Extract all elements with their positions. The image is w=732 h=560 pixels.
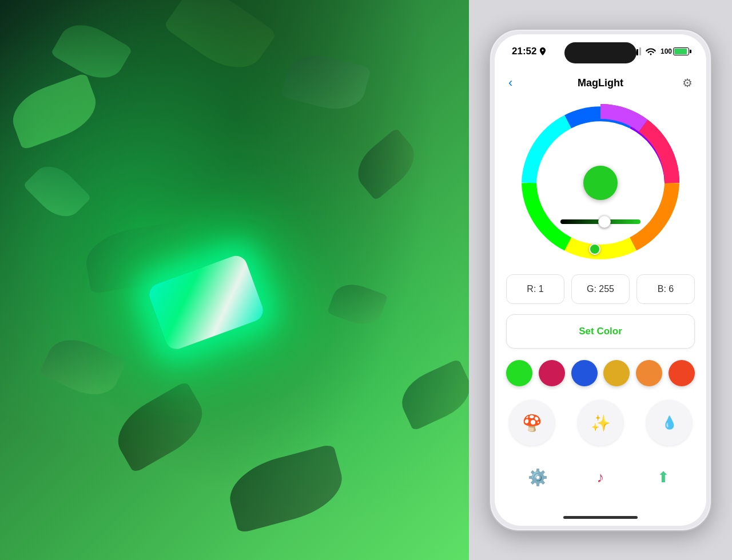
preset-blue[interactable] [571, 360, 598, 386]
color-presets [506, 360, 695, 386]
photo-background [0, 0, 469, 560]
preset-amber[interactable] [636, 360, 662, 386]
battery-icon [673, 47, 689, 55]
drop-mode-button[interactable]: 💧 [646, 400, 692, 446]
preset-green[interactable] [506, 360, 532, 386]
battery-container: 100 [661, 47, 689, 55]
mode-buttons: 🍄 ✨ 💧 [495, 400, 706, 446]
settings-button[interactable]: ⚙ [682, 76, 693, 90]
page-title: MagLight [578, 77, 623, 89]
back-button[interactable]: ‹ [508, 75, 512, 90]
status-icons: 100 [631, 47, 689, 55]
battery-percent: 100 [661, 47, 672, 55]
music-bottom-icon[interactable]: ♪ [586, 463, 615, 491]
preset-crimson[interactable] [539, 360, 565, 386]
phone-screen: 21:52 100 [495, 34, 706, 526]
blue-input[interactable]: B: 6 [636, 274, 695, 304]
phone-side: 21:52 100 [469, 0, 732, 560]
glowing-device [133, 243, 283, 373]
wifi-icon [646, 47, 656, 55]
time-display: 21:52 [512, 46, 536, 57]
settings-bottom-icon[interactable]: ⚙️ [523, 463, 552, 491]
bottom-icons: ⚙️ ♪ ⬆ [495, 463, 706, 491]
brightness-thumb[interactable] [598, 215, 611, 228]
dynamic-island [564, 42, 636, 63]
red-input[interactable]: R: 1 [506, 274, 564, 304]
location-icon [540, 47, 546, 55]
mushroom-mode-button[interactable]: 🍄 [509, 400, 555, 446]
nav-header: ‹ MagLight ⚙ [495, 69, 706, 97]
status-time: 21:52 [512, 46, 546, 57]
preset-orange-red[interactable] [669, 360, 695, 386]
rgb-inputs: R: 1 G: 255 B: 6 [506, 274, 695, 304]
set-color-button[interactable]: Set Color [506, 314, 695, 349]
brightness-slider[interactable] [560, 219, 640, 224]
phone-mockup: 21:52 100 [489, 29, 712, 531]
green-input[interactable]: G: 255 [571, 274, 630, 304]
hand-scene [0, 0, 469, 560]
color-wheel[interactable] [520, 103, 681, 263]
sparkle-mode-button[interactable]: ✨ [578, 400, 623, 446]
upload-bottom-icon[interactable]: ⬆ [649, 463, 678, 491]
color-picker-handle[interactable] [583, 166, 618, 200]
home-indicator [563, 516, 638, 519]
preset-golden[interactable] [603, 360, 630, 386]
